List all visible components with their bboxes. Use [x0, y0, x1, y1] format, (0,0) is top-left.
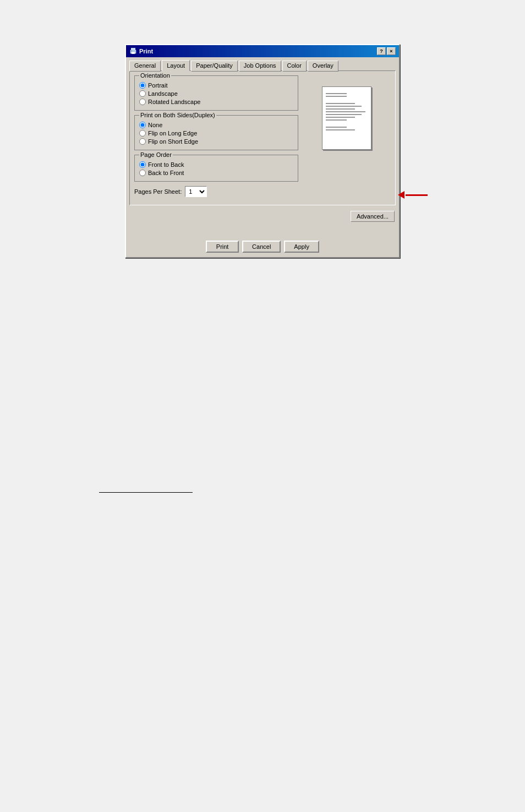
- flip-long-radio[interactable]: [139, 130, 146, 137]
- preview-gap-2: [326, 122, 368, 125]
- tab-job-options[interactable]: Job Options: [239, 61, 281, 72]
- preview-line-1: [326, 93, 347, 94]
- landscape-label: Landscape: [148, 90, 178, 97]
- tab-paper-quality[interactable]: Paper/Quality: [191, 61, 238, 72]
- tab-content: Orientation Portrait Landscape Rotated L…: [129, 70, 396, 205]
- left-panel: Orientation Portrait Landscape Rotated L…: [134, 75, 298, 200]
- svg-rect-3: [131, 51, 132, 51]
- preview-lines: [322, 87, 371, 137]
- orientation-group: Orientation Portrait Landscape Rotated L…: [134, 75, 298, 111]
- cancel-button[interactable]: Cancel: [242, 241, 281, 253]
- duplex-label: Print on Both Sides(Duplex): [139, 112, 216, 118]
- front-to-back-radio[interactable]: [139, 161, 146, 168]
- pages-per-sheet-select[interactable]: 1 2 4 6 9 16: [185, 186, 207, 197]
- preview-line-4: [326, 106, 362, 107]
- advanced-button[interactable]: Advanced...: [351, 211, 395, 222]
- none-radio[interactable]: [139, 122, 146, 128]
- tab-color[interactable]: Color: [282, 61, 307, 72]
- front-to-back-row: Front to Back: [139, 161, 293, 168]
- preview-line-7: [326, 114, 362, 115]
- preview-line-9: [326, 119, 347, 121]
- printer-icon: [129, 47, 137, 55]
- flip-long-row: Flip on Long Edge: [139, 130, 293, 137]
- flip-short-row: Flip on Short Edge: [139, 138, 293, 145]
- svg-rect-2: [132, 52, 135, 54]
- help-button[interactable]: ?: [377, 47, 386, 55]
- rotated-landscape-radio[interactable]: [139, 99, 146, 105]
- preview-gap-1: [326, 99, 368, 101]
- rotated-landscape-row: Rotated Landscape: [139, 99, 293, 105]
- orientation-label: Orientation: [139, 72, 171, 79]
- right-panel: [303, 75, 391, 200]
- preview-line-11: [326, 129, 355, 130]
- preview-line-5: [326, 108, 355, 110]
- page-preview: [322, 86, 371, 150]
- preview-line-8: [326, 117, 355, 118]
- portrait-label: Portrait: [148, 82, 167, 89]
- preview-line-2: [326, 96, 347, 97]
- page-order-group: Page Order Front to Back Back to Front: [134, 155, 298, 182]
- preview-line-6: [326, 111, 365, 112]
- flip-long-label: Flip on Long Edge: [148, 130, 197, 137]
- print-button[interactable]: Print: [206, 241, 239, 253]
- print-dialog: Print ? × General Layout Paper/Quality J…: [125, 44, 400, 258]
- title-bar: Print ? ×: [126, 45, 399, 57]
- front-to-back-label: Front to Back: [148, 161, 184, 168]
- none-row: None: [139, 122, 293, 128]
- flip-short-label: Flip on Short Edge: [148, 138, 198, 145]
- page-order-label: Page Order: [139, 151, 173, 158]
- arrow-line: [406, 194, 428, 196]
- rotated-landscape-label: Rotated Landscape: [148, 99, 200, 105]
- arrow-head: [398, 191, 404, 199]
- title-bar-buttons: ? ×: [377, 47, 396, 55]
- apply-button[interactable]: Apply: [284, 241, 319, 253]
- back-to-front-label: Back to Front: [148, 170, 184, 176]
- back-to-front-radio[interactable]: [139, 170, 146, 176]
- landscape-row: Landscape: [139, 90, 293, 97]
- window-title: Print: [139, 48, 153, 55]
- preview-line-3: [326, 103, 355, 104]
- tabs-bar: General Layout Paper/Quality Job Options…: [126, 57, 399, 70]
- close-button[interactable]: ×: [387, 47, 396, 55]
- none-label: None: [148, 122, 162, 128]
- advanced-area: Advanced...: [126, 209, 399, 226]
- pages-per-sheet-row: Pages Per Sheet: 1 2 4 6 9 16: [134, 186, 298, 197]
- tab-overlay[interactable]: Overlay: [308, 61, 338, 72]
- dialog-buttons: Print Cancel Apply: [126, 237, 399, 257]
- spacer: [126, 226, 399, 237]
- portrait-row: Portrait: [139, 82, 293, 89]
- tab-layout[interactable]: Layout: [162, 60, 190, 71]
- pages-per-sheet-label: Pages Per Sheet:: [134, 188, 182, 195]
- preview-line-10: [326, 127, 347, 128]
- flip-short-radio[interactable]: [139, 138, 146, 145]
- tab-general[interactable]: General: [129, 61, 161, 72]
- portrait-radio[interactable]: [139, 82, 146, 89]
- svg-rect-1: [131, 48, 135, 50]
- duplex-group: Print on Both Sides(Duplex) None Flip on…: [134, 115, 298, 150]
- title-bar-left: Print: [129, 47, 153, 55]
- landscape-radio[interactable]: [139, 90, 146, 97]
- back-to-front-row: Back to Front: [139, 170, 293, 176]
- red-arrow: [398, 191, 428, 199]
